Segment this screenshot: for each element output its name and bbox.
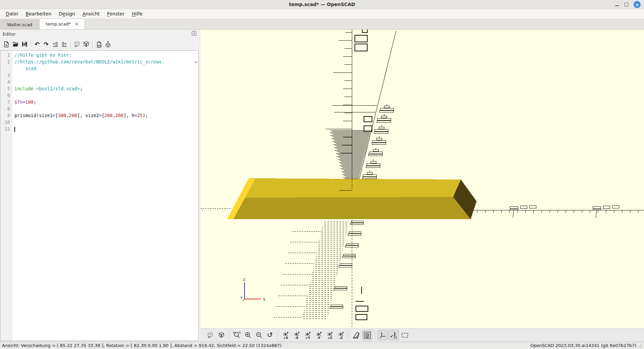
axis-indicator-z-label: z <box>243 277 245 282</box>
tab-walter-scad[interactable]: Walter.scad <box>1 19 39 29</box>
3d-viewport[interactable]: z x y <box>201 30 644 328</box>
show-axes-button[interactable] <box>377 330 388 340</box>
render-icon <box>83 41 90 48</box>
menu-hilfe[interactable]: Hilfe <box>128 10 146 17</box>
perspective-button[interactable] <box>351 330 361 340</box>
zoom-all-button[interactable] <box>231 330 242 340</box>
render-button[interactable] <box>216 330 226 340</box>
reset-view-icon: ↺ <box>267 332 273 339</box>
line-number: 1 <box>0 52 12 58</box>
toolbar-separator <box>277 331 278 339</box>
code-line: 8 <box>0 105 198 112</box>
view-minus-z-icon: -Z <box>337 331 345 339</box>
editor-toolbar: ↶↷»STL <box>0 38 199 50</box>
save-button[interactable] <box>20 40 29 49</box>
redo-button[interactable]: ↷ <box>42 40 51 49</box>
menu-design[interactable]: Design <box>55 10 78 17</box>
reset-view-button[interactable]: ↺ <box>265 330 275 340</box>
new-file-button[interactable] <box>2 40 11 49</box>
view-minus-z-button[interactable]: -Z <box>335 330 346 340</box>
show-edges-button[interactable] <box>399 330 410 340</box>
line-number: 7 <box>0 99 12 105</box>
undo-button[interactable]: ↶ <box>33 40 42 49</box>
toolbar-separator <box>375 331 375 339</box>
zoom-out-button[interactable] <box>254 330 264 340</box>
code-line: 6 <box>0 92 198 99</box>
view-plus-y-button[interactable]: +Y <box>302 330 313 340</box>
zoom-in-button[interactable] <box>243 330 253 340</box>
text-cursor <box>14 127 15 132</box>
openscad-window: temp.scad* — OpenSCAD × DateiBearbeitenD… <box>0 0 644 349</box>
menu-datei[interactable]: Datei <box>2 10 22 17</box>
status-view-info: Ansicht: Verschiebung = [ 85.22 27.35 33… <box>2 343 281 348</box>
minimize-button[interactable] <box>615 3 619 6</box>
preview-icon: » <box>74 41 80 48</box>
code-editor[interactable]: 1//Hilfe gibt es hier:2//https://github.… <box>0 50 199 341</box>
line-number: 10 <box>0 119 12 126</box>
tab-label: Walter.scad <box>7 22 32 27</box>
menu-bearbeiten[interactable]: Bearbeiten <box>22 10 55 17</box>
open-button[interactable] <box>11 40 20 49</box>
print-3d-button[interactable] <box>103 40 112 49</box>
render-button[interactable] <box>82 40 91 49</box>
view-plus-x-icon: +X <box>281 331 289 339</box>
main-area: Editor ↶↷»STL 1//Hilfe gibt es hier:2//h… <box>0 30 644 342</box>
tab-close-icon[interactable] <box>75 22 78 26</box>
line-number: 11 <box>0 126 12 132</box>
svg-text:10: 10 <box>393 336 397 339</box>
title-bar[interactable]: temp.scad* — OpenSCAD × <box>0 0 644 9</box>
view-plus-z-button[interactable]: +Z <box>324 330 335 340</box>
tab-label: temp.scad* <box>46 21 71 27</box>
export-stl-button[interactable]: STL <box>94 40 103 49</box>
line-number: 9 <box>0 112 12 119</box>
unindent-button[interactable] <box>51 40 60 49</box>
menu-fenster[interactable]: Fenster <box>103 10 128 17</box>
svg-text:-Y: -Y <box>317 336 320 339</box>
show-scale-markers-icon: 10 <box>390 331 398 339</box>
status-bar: Ansicht: Verschiebung = [ 85.22 27.35 33… <box>0 342 644 349</box>
svg-text:STL: STL <box>97 45 101 47</box>
code-line: scad <box>0 65 198 72</box>
svg-text:»: » <box>208 335 210 339</box>
export-stl-icon: STL <box>96 41 102 48</box>
view-minus-y-button[interactable]: -Y <box>313 330 324 340</box>
tab-bar: Walter.scadtemp.scad* <box>0 18 644 30</box>
toolbar-separator <box>31 41 31 48</box>
menu-ansicht[interactable]: Ansicht <box>79 10 104 17</box>
status-version: OpenSCAD 2023.03.30.ai14341 (git 8a07b27… <box>530 343 636 348</box>
toolbar-separator <box>70 41 71 48</box>
preview-button[interactable]: » <box>72 40 82 49</box>
view-minus-y-icon: -Y <box>315 331 323 339</box>
editor-panel-header: Editor <box>0 30 199 38</box>
unindent-icon <box>52 41 59 48</box>
view-minus-x-icon: -X <box>292 331 301 339</box>
svg-text:»: » <box>74 44 76 48</box>
show-scale-markers-button[interactable]: 10 <box>388 330 399 340</box>
close-button[interactable]: × <box>634 1 641 8</box>
view-plus-z-icon: +Z <box>326 331 334 339</box>
open-icon <box>12 41 19 48</box>
zoom-out-icon <box>255 331 263 339</box>
viewport-canvas[interactable]: z x y <box>201 30 644 328</box>
tab-temp-scad-[interactable]: temp.scad* <box>39 18 85 29</box>
line-number: 4 <box>0 79 12 85</box>
editor-panel-close-icon[interactable] <box>192 31 197 37</box>
view-plus-x-button[interactable]: +X <box>280 330 290 340</box>
line-wrap-icon: ↵ <box>195 58 197 65</box>
resize-grip[interactable] <box>638 344 642 347</box>
maximize-button[interactable] <box>625 3 628 6</box>
show-edges-icon <box>401 331 409 339</box>
view-minus-x-button[interactable]: -X <box>291 330 302 340</box>
code-line: 5include <bosl2/std.scad>; <box>0 85 198 92</box>
code-line: 10 <box>0 119 198 126</box>
orthographic-button[interactable] <box>362 330 372 340</box>
preview-button[interactable]: » <box>205 330 215 340</box>
code-line: 2//https://github.com/revarbat/BOSL2/wik… <box>0 58 198 65</box>
indent-button[interactable] <box>60 40 69 49</box>
code-line: 7$fn=100; <box>0 99 198 105</box>
zoom-in-icon <box>244 331 252 339</box>
code-line: 9prismoid(size1=[300,200], size2=[260,20… <box>0 112 198 119</box>
indent-icon <box>61 41 68 48</box>
svg-text:-Z: -Z <box>339 336 343 339</box>
toolbar-separator <box>348 331 348 339</box>
